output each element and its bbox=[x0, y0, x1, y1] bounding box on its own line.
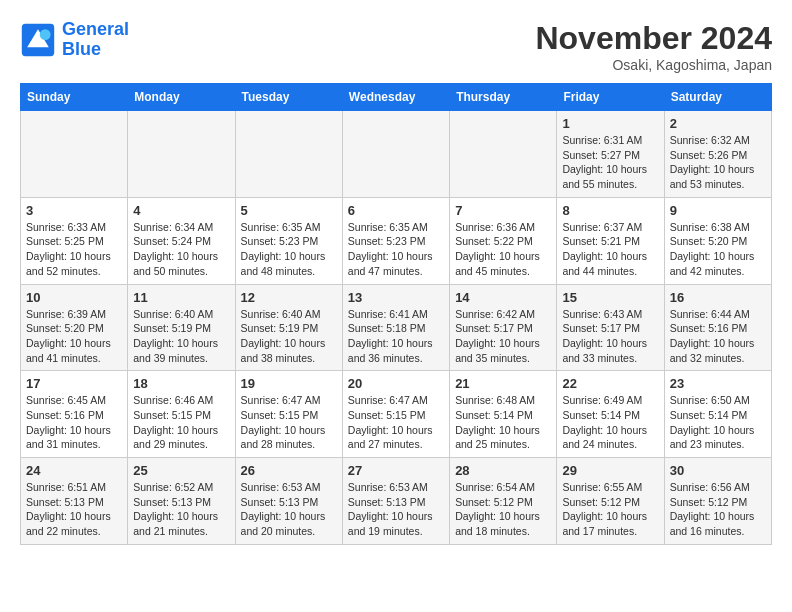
day-cell: 5Sunrise: 6:35 AM Sunset: 5:23 PM Daylig… bbox=[235, 197, 342, 284]
day-cell bbox=[450, 111, 557, 198]
day-info: Sunrise: 6:48 AM Sunset: 5:14 PM Dayligh… bbox=[455, 393, 551, 452]
day-number: 25 bbox=[133, 463, 229, 478]
day-number: 22 bbox=[562, 376, 658, 391]
day-cell bbox=[235, 111, 342, 198]
day-info: Sunrise: 6:53 AM Sunset: 5:13 PM Dayligh… bbox=[348, 480, 444, 539]
header-cell-sunday: Sunday bbox=[21, 84, 128, 111]
day-number: 9 bbox=[670, 203, 766, 218]
day-info: Sunrise: 6:51 AM Sunset: 5:13 PM Dayligh… bbox=[26, 480, 122, 539]
header-cell-saturday: Saturday bbox=[664, 84, 771, 111]
day-info: Sunrise: 6:44 AM Sunset: 5:16 PM Dayligh… bbox=[670, 307, 766, 366]
day-cell: 18Sunrise: 6:46 AM Sunset: 5:15 PM Dayli… bbox=[128, 371, 235, 458]
day-number: 28 bbox=[455, 463, 551, 478]
day-number: 2 bbox=[670, 116, 766, 131]
day-cell bbox=[342, 111, 449, 198]
page-header: General Blue November 2024 Osaki, Kagosh… bbox=[20, 20, 772, 73]
day-cell: 3Sunrise: 6:33 AM Sunset: 5:25 PM Daylig… bbox=[21, 197, 128, 284]
day-info: Sunrise: 6:40 AM Sunset: 5:19 PM Dayligh… bbox=[241, 307, 337, 366]
day-number: 27 bbox=[348, 463, 444, 478]
title-block: November 2024 Osaki, Kagoshima, Japan bbox=[535, 20, 772, 73]
location: Osaki, Kagoshima, Japan bbox=[535, 57, 772, 73]
day-info: Sunrise: 6:39 AM Sunset: 5:20 PM Dayligh… bbox=[26, 307, 122, 366]
day-info: Sunrise: 6:53 AM Sunset: 5:13 PM Dayligh… bbox=[241, 480, 337, 539]
day-number: 8 bbox=[562, 203, 658, 218]
day-info: Sunrise: 6:52 AM Sunset: 5:13 PM Dayligh… bbox=[133, 480, 229, 539]
day-number: 10 bbox=[26, 290, 122, 305]
day-cell: 4Sunrise: 6:34 AM Sunset: 5:24 PM Daylig… bbox=[128, 197, 235, 284]
day-number: 15 bbox=[562, 290, 658, 305]
week-row-0: 1Sunrise: 6:31 AM Sunset: 5:27 PM Daylig… bbox=[21, 111, 772, 198]
day-number: 18 bbox=[133, 376, 229, 391]
day-cell: 2Sunrise: 6:32 AM Sunset: 5:26 PM Daylig… bbox=[664, 111, 771, 198]
day-number: 17 bbox=[26, 376, 122, 391]
day-cell: 28Sunrise: 6:54 AM Sunset: 5:12 PM Dayli… bbox=[450, 458, 557, 545]
day-number: 3 bbox=[26, 203, 122, 218]
day-number: 11 bbox=[133, 290, 229, 305]
logo-text: General Blue bbox=[62, 20, 129, 60]
week-row-1: 3Sunrise: 6:33 AM Sunset: 5:25 PM Daylig… bbox=[21, 197, 772, 284]
day-number: 12 bbox=[241, 290, 337, 305]
day-info: Sunrise: 6:32 AM Sunset: 5:26 PM Dayligh… bbox=[670, 133, 766, 192]
day-number: 16 bbox=[670, 290, 766, 305]
day-cell: 29Sunrise: 6:55 AM Sunset: 5:12 PM Dayli… bbox=[557, 458, 664, 545]
week-row-2: 10Sunrise: 6:39 AM Sunset: 5:20 PM Dayli… bbox=[21, 284, 772, 371]
day-cell: 25Sunrise: 6:52 AM Sunset: 5:13 PM Dayli… bbox=[128, 458, 235, 545]
calendar-table: SundayMondayTuesdayWednesdayThursdayFrid… bbox=[20, 83, 772, 545]
day-info: Sunrise: 6:33 AM Sunset: 5:25 PM Dayligh… bbox=[26, 220, 122, 279]
day-info: Sunrise: 6:41 AM Sunset: 5:18 PM Dayligh… bbox=[348, 307, 444, 366]
day-cell: 8Sunrise: 6:37 AM Sunset: 5:21 PM Daylig… bbox=[557, 197, 664, 284]
header-cell-monday: Monday bbox=[128, 84, 235, 111]
day-info: Sunrise: 6:43 AM Sunset: 5:17 PM Dayligh… bbox=[562, 307, 658, 366]
day-info: Sunrise: 6:49 AM Sunset: 5:14 PM Dayligh… bbox=[562, 393, 658, 452]
day-cell: 20Sunrise: 6:47 AM Sunset: 5:15 PM Dayli… bbox=[342, 371, 449, 458]
day-cell: 12Sunrise: 6:40 AM Sunset: 5:19 PM Dayli… bbox=[235, 284, 342, 371]
day-cell: 14Sunrise: 6:42 AM Sunset: 5:17 PM Dayli… bbox=[450, 284, 557, 371]
day-cell: 1Sunrise: 6:31 AM Sunset: 5:27 PM Daylig… bbox=[557, 111, 664, 198]
day-info: Sunrise: 6:54 AM Sunset: 5:12 PM Dayligh… bbox=[455, 480, 551, 539]
day-cell: 21Sunrise: 6:48 AM Sunset: 5:14 PM Dayli… bbox=[450, 371, 557, 458]
day-info: Sunrise: 6:40 AM Sunset: 5:19 PM Dayligh… bbox=[133, 307, 229, 366]
day-info: Sunrise: 6:37 AM Sunset: 5:21 PM Dayligh… bbox=[562, 220, 658, 279]
day-number: 29 bbox=[562, 463, 658, 478]
day-number: 13 bbox=[348, 290, 444, 305]
day-number: 21 bbox=[455, 376, 551, 391]
header-cell-tuesday: Tuesday bbox=[235, 84, 342, 111]
day-info: Sunrise: 6:55 AM Sunset: 5:12 PM Dayligh… bbox=[562, 480, 658, 539]
day-info: Sunrise: 6:50 AM Sunset: 5:14 PM Dayligh… bbox=[670, 393, 766, 452]
day-cell: 10Sunrise: 6:39 AM Sunset: 5:20 PM Dayli… bbox=[21, 284, 128, 371]
month-title: November 2024 bbox=[535, 20, 772, 57]
day-cell bbox=[128, 111, 235, 198]
day-cell: 30Sunrise: 6:56 AM Sunset: 5:12 PM Dayli… bbox=[664, 458, 771, 545]
day-number: 5 bbox=[241, 203, 337, 218]
day-info: Sunrise: 6:31 AM Sunset: 5:27 PM Dayligh… bbox=[562, 133, 658, 192]
day-cell: 17Sunrise: 6:45 AM Sunset: 5:16 PM Dayli… bbox=[21, 371, 128, 458]
calendar-body: 1Sunrise: 6:31 AM Sunset: 5:27 PM Daylig… bbox=[21, 111, 772, 545]
day-cell: 26Sunrise: 6:53 AM Sunset: 5:13 PM Dayli… bbox=[235, 458, 342, 545]
day-info: Sunrise: 6:47 AM Sunset: 5:15 PM Dayligh… bbox=[241, 393, 337, 452]
header-row: SundayMondayTuesdayWednesdayThursdayFrid… bbox=[21, 84, 772, 111]
day-cell: 16Sunrise: 6:44 AM Sunset: 5:16 PM Dayli… bbox=[664, 284, 771, 371]
day-info: Sunrise: 6:56 AM Sunset: 5:12 PM Dayligh… bbox=[670, 480, 766, 539]
day-cell: 11Sunrise: 6:40 AM Sunset: 5:19 PM Dayli… bbox=[128, 284, 235, 371]
day-info: Sunrise: 6:34 AM Sunset: 5:24 PM Dayligh… bbox=[133, 220, 229, 279]
logo: General Blue bbox=[20, 20, 129, 60]
header-cell-wednesday: Wednesday bbox=[342, 84, 449, 111]
day-number: 30 bbox=[670, 463, 766, 478]
day-info: Sunrise: 6:46 AM Sunset: 5:15 PM Dayligh… bbox=[133, 393, 229, 452]
day-number: 26 bbox=[241, 463, 337, 478]
day-cell: 13Sunrise: 6:41 AM Sunset: 5:18 PM Dayli… bbox=[342, 284, 449, 371]
day-cell: 6Sunrise: 6:35 AM Sunset: 5:23 PM Daylig… bbox=[342, 197, 449, 284]
day-info: Sunrise: 6:38 AM Sunset: 5:20 PM Dayligh… bbox=[670, 220, 766, 279]
day-info: Sunrise: 6:47 AM Sunset: 5:15 PM Dayligh… bbox=[348, 393, 444, 452]
day-number: 19 bbox=[241, 376, 337, 391]
week-row-4: 24Sunrise: 6:51 AM Sunset: 5:13 PM Dayli… bbox=[21, 458, 772, 545]
day-cell: 15Sunrise: 6:43 AM Sunset: 5:17 PM Dayli… bbox=[557, 284, 664, 371]
day-cell bbox=[21, 111, 128, 198]
day-number: 24 bbox=[26, 463, 122, 478]
day-number: 23 bbox=[670, 376, 766, 391]
day-number: 6 bbox=[348, 203, 444, 218]
day-info: Sunrise: 6:35 AM Sunset: 5:23 PM Dayligh… bbox=[348, 220, 444, 279]
day-cell: 23Sunrise: 6:50 AM Sunset: 5:14 PM Dayli… bbox=[664, 371, 771, 458]
day-cell: 22Sunrise: 6:49 AM Sunset: 5:14 PM Dayli… bbox=[557, 371, 664, 458]
day-info: Sunrise: 6:45 AM Sunset: 5:16 PM Dayligh… bbox=[26, 393, 122, 452]
